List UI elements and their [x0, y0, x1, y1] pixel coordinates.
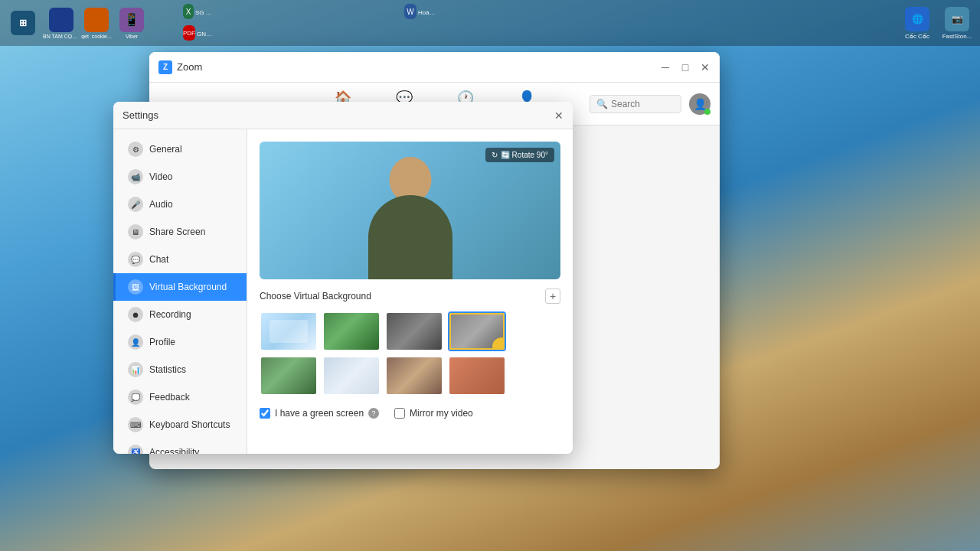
settings-nav-audio-label: Audio [149, 199, 173, 210]
recording-icon: ⏺ [128, 307, 143, 322]
taskbar-icon-1[interactable]: BN TAM CQC BICH... [45, 3, 77, 43]
settings-nav-profile-label: Profile [149, 337, 175, 347]
general-icon: ⚙ [128, 142, 143, 157]
settings-close-button[interactable]: ✕ [551, 108, 567, 123]
cursor-indicator [492, 337, 506, 351]
settings-nav-general[interactable]: ⚙ General [113, 135, 247, 163]
bg-thumb-1-inner [261, 313, 316, 350]
settings-nav-share-screen[interactable]: 🖥 Share Screen [113, 218, 247, 246]
settings-nav-statistics[interactable]: 📊 Statistics [113, 356, 247, 383]
settings-title: Settings [122, 109, 158, 121]
bg-thumb-8-inner [449, 357, 505, 394]
share-screen-icon: 🖥 [128, 224, 143, 240]
settings-content: ↻ 🔄 Rotate 90° Choose Virtual Background… [247, 129, 573, 454]
person-body [368, 195, 452, 279]
profile-icon: 👤 [128, 334, 143, 350]
virtual-bg-icon: 🖼 [128, 279, 143, 295]
online-status-dot [704, 109, 710, 115]
video-preview: ↻ 🔄 Rotate 90° [260, 142, 560, 279]
settings-sidebar: ⚙ General 📹 Video 🎤 Audio 🖥 Share Screen… [113, 129, 247, 454]
bg-thumb-1[interactable] [260, 311, 318, 351]
settings-nav-keyboard-shortcuts[interactable]: ⌨ Keyboard Shortcuts [113, 411, 247, 439]
settings-dialog: Settings ✕ ⚙ General 📹 Video 🎤 Audio 🖥 S… [113, 102, 573, 454]
vbg-title: Choose Virtual Background [260, 291, 371, 302]
accessibility-icon: ♿ [128, 445, 143, 454]
green-screen-help-icon[interactable]: ? [368, 408, 379, 419]
zoom-titlebar: Z Zoom ─ □ ✕ [149, 52, 720, 83]
settings-nav-general-label: General [149, 144, 182, 155]
desktop-icon-pdf-1[interactable]: PDF GNT_IT... [183, 23, 215, 43]
bg-thumb-2-inner [324, 313, 379, 350]
virtual-background-header: Choose Virtual Background + [260, 289, 560, 304]
keyboard-icon: ⌨ [128, 417, 143, 432]
background-thumbnails [260, 311, 560, 396]
search-icon: 🔍 [596, 99, 608, 109]
mirror-video-label[interactable]: Mirror my video [410, 408, 473, 419]
settings-nav-recording[interactable]: ⏺ Recording [113, 301, 247, 328]
bg-thumb-4[interactable] [448, 311, 506, 351]
bg-thumb-5-inner [261, 357, 316, 394]
settings-nav-accessibility-label: Accessibility [149, 447, 199, 454]
close-button[interactable]: ✕ [697, 59, 714, 76]
settings-nav-vbg-label: Virtual Background [149, 282, 227, 292]
minimize-button[interactable]: ─ [657, 59, 674, 76]
checkbox-row: I have a green screen ? Mirror my video [260, 408, 560, 419]
bg-thumb-8[interactable] [448, 356, 506, 396]
mirror-video-item: Mirror my video [394, 408, 473, 419]
taskbar-icon-viber[interactable]: 📱 Viber [116, 3, 148, 43]
window-controls: ─ □ ✕ [657, 59, 714, 76]
user-avatar[interactable]: 👤 [689, 93, 710, 115]
bg-thumb-3[interactable] [385, 311, 443, 351]
bg-thumb-6-inner [324, 357, 379, 394]
settings-nav-virtual-background[interactable]: 🖼 Virtual Background [113, 273, 247, 301]
taskbar-icon-start[interactable]: ⊞ [4, 4, 42, 42]
green-screen-item: I have a green screen ? [260, 408, 379, 419]
zoom-logo-icon: Z [158, 60, 172, 74]
settings-nav-keyboard-label: Keyboard Shortcuts [149, 419, 230, 430]
maximize-button[interactable]: □ [677, 59, 694, 76]
mirror-video-checkbox[interactable] [394, 408, 405, 419]
taskbar-faststone[interactable]: 📷 FastSton... [938, 4, 976, 42]
settings-nav-profile[interactable]: 👤 Profile [113, 328, 247, 356]
bg-thumb-2[interactable] [322, 311, 381, 351]
green-screen-label[interactable]: I have a green screen [275, 408, 364, 419]
desktop-icon-excel-1[interactable]: X SG HUB... [183, 2, 215, 21]
taskbar-icon-2[interactable]: get_cookie... [80, 3, 113, 43]
bg-thumb-6[interactable] [322, 356, 381, 396]
settings-nav-chat[interactable]: 💬 Chat [113, 246, 247, 273]
zoom-title: Z Zoom [158, 60, 202, 74]
settings-nav-video-label: Video [149, 171, 172, 182]
zoom-title-text: Zoom [177, 61, 202, 73]
taskbar: ⊞ BN TAM CQC BICH... get_cookie... 📱 Vib… [0, 0, 980, 46]
settings-nav-audio[interactable]: 🎤 Audio [113, 191, 247, 218]
rotate-label: 🔄 Rotate 90° [501, 151, 548, 159]
add-background-button[interactable]: + [545, 289, 560, 304]
person-silhouette [364, 157, 456, 279]
settings-nav-accessibility[interactable]: ♿ Accessibility [113, 439, 247, 454]
rotate-button[interactable]: ↻ 🔄 Rotate 90° [485, 148, 554, 162]
settings-titlebar: Settings ✕ [113, 102, 573, 129]
desktop-icon-word-1[interactable]: W Hoàng... [404, 2, 436, 21]
green-screen-checkbox[interactable] [260, 408, 270, 419]
taskbar-right: 🌐 Cốc Cốc 📷 FastSton... [897, 0, 980, 46]
bg-thumb-7-inner [387, 357, 442, 394]
video-icon: 📹 [128, 169, 143, 184]
screen-icon [270, 320, 308, 343]
feedback-icon: 💭 [128, 390, 143, 405]
settings-nav-feedback-label: Feedback [149, 392, 190, 403]
bg-thumb-7[interactable] [385, 356, 443, 396]
settings-nav-video[interactable]: 📹 Video [113, 163, 247, 191]
audio-icon: 🎤 [128, 197, 143, 212]
bg-thumb-5[interactable] [260, 356, 318, 396]
settings-nav-feedback[interactable]: 💭 Feedback [113, 383, 247, 411]
settings-body: ⚙ General 📹 Video 🎤 Audio 🖥 Share Screen… [113, 129, 573, 454]
settings-nav-share-label: Share Screen [149, 227, 205, 237]
bg-thumb-3-inner [387, 313, 442, 350]
taskbar-coc-coc[interactable]: 🌐 Cốc Cốc [898, 4, 936, 42]
chat-settings-icon: 💬 [128, 252, 143, 267]
settings-nav-statistics-label: Statistics [149, 364, 186, 375]
search-input[interactable] [611, 99, 680, 109]
statistics-icon: 📊 [128, 362, 143, 377]
zoom-search-box[interactable]: 🔍 [590, 95, 681, 113]
settings-nav-chat-label: Chat [149, 254, 168, 265]
